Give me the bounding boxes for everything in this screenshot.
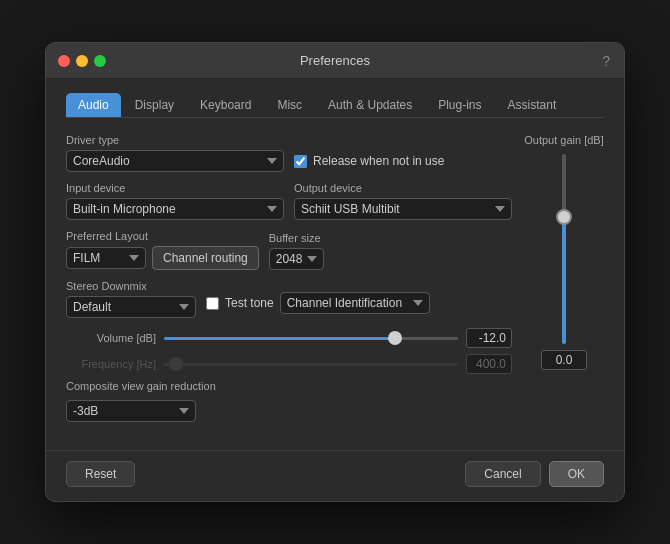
traffic-lights (58, 55, 106, 67)
maximize-button[interactable] (94, 55, 106, 67)
frequency-label: Frequency [Hz] (66, 358, 156, 370)
volume-label: Volume [dB] (66, 332, 156, 344)
volume-slider[interactable] (164, 337, 458, 340)
tab-keyboard[interactable]: Keyboard (188, 93, 263, 117)
preferred-layout-label: Preferred Layout (66, 230, 259, 242)
composite-label: Composite view gain reduction (66, 380, 512, 392)
tab-misc[interactable]: Misc (265, 93, 314, 117)
ok-button[interactable]: OK (549, 461, 604, 487)
gain-track-wrap (554, 154, 574, 344)
frequency-slider-container (164, 363, 458, 366)
cancel-button[interactable]: Cancel (465, 461, 540, 487)
test-tone-col: Test tone Channel Identification Left Ri… (206, 292, 430, 318)
stereo-downmix-label: Stereo Downmix (66, 280, 196, 292)
volume-value: -12.0 (466, 328, 512, 348)
driver-type-col: Driver type CoreAudio ALSA WASAPI (66, 134, 284, 172)
release-label: Release when not in use (313, 154, 444, 168)
channel-routing-button[interactable]: Channel routing (152, 246, 259, 270)
output-gain-label: Output gain [dB] (524, 134, 604, 146)
frequency-slider-row: Frequency [Hz] 400.0 (66, 354, 512, 374)
input-device-select[interactable]: Built-in Microphone (66, 198, 284, 220)
buffer-size-col: Buffer size 256 512 1024 2048 4096 (269, 232, 324, 270)
layout-buffer-row: Preferred Layout FILM Stereo 5.1 7.1 Cha… (66, 230, 512, 270)
driver-type-label: Driver type (66, 134, 284, 146)
input-device-label: Input device (66, 182, 284, 194)
preferences-window: Preferences ? Audio Display Keyboard Mis… (45, 42, 625, 502)
tab-assistant[interactable]: Assistant (496, 93, 569, 117)
buffer-size-select[interactable]: 256 512 1024 2048 4096 (269, 248, 324, 270)
composite-section: Composite view gain reduction -3dB -6dB … (66, 380, 512, 422)
preferred-layout-select[interactable]: FILM Stereo 5.1 7.1 (66, 247, 146, 269)
output-device-col: Output device Schiit USB Multibit (294, 182, 512, 220)
volume-slider-row: Volume [dB] -12.0 (66, 328, 512, 348)
tab-bar: Audio Display Keyboard Misc Auth & Updat… (66, 93, 604, 118)
test-tone-channel-select[interactable]: Channel Identification Left Right (280, 292, 430, 314)
release-checkbox-row: Release when not in use (294, 154, 444, 168)
tab-display[interactable]: Display (123, 93, 186, 117)
minimize-button[interactable] (76, 55, 88, 67)
composite-select[interactable]: -3dB -6dB -12dB 0dB (66, 400, 196, 422)
tab-auth-updates[interactable]: Auth & Updates (316, 93, 424, 117)
preferences-content: Audio Display Keyboard Misc Auth & Updat… (46, 79, 624, 450)
window-title: Preferences (300, 53, 370, 68)
release-checkbox[interactable] (294, 155, 307, 168)
gain-thumb[interactable] (556, 209, 572, 225)
volume-slider-container (164, 337, 458, 340)
driver-type-select[interactable]: CoreAudio ALSA WASAPI (66, 150, 284, 172)
input-device-col: Input device Built-in Microphone (66, 182, 284, 220)
stereo-testtone-row: Stereo Downmix Default Mix Left Right Te… (66, 280, 512, 318)
form-main: Driver type CoreAudio ALSA WASAPI Releas… (66, 134, 512, 434)
gain-track-blue (562, 214, 566, 344)
tab-plugins[interactable]: Plug-ins (426, 93, 493, 117)
release-col: Release when not in use (294, 134, 512, 172)
help-icon[interactable]: ? (602, 53, 610, 69)
reset-button[interactable]: Reset (66, 461, 135, 487)
buffer-size-label: Buffer size (269, 232, 324, 244)
devices-row: Input device Built-in Microphone Output … (66, 182, 512, 220)
bottom-bar: Reset Cancel OK (46, 450, 624, 501)
tab-audio[interactable]: Audio (66, 93, 121, 117)
gain-value: 0.0 (541, 350, 587, 370)
output-gain-section: Output gain [dB] 0.0 (524, 134, 604, 434)
stereo-downmix-col: Stereo Downmix Default Mix Left Right (66, 280, 196, 318)
frequency-slider[interactable] (164, 363, 458, 366)
preferred-layout-col: Preferred Layout FILM Stereo 5.1 7.1 Cha… (66, 230, 259, 270)
test-tone-checkbox[interactable] (206, 297, 219, 310)
frequency-value: 400.0 (466, 354, 512, 374)
titlebar: Preferences ? (46, 43, 624, 79)
stereo-downmix-select[interactable]: Default Mix Left Right (66, 296, 196, 318)
driver-release-row: Driver type CoreAudio ALSA WASAPI Releas… (66, 134, 512, 172)
gain-slider-container: 0.0 (541, 154, 587, 370)
output-device-select[interactable]: Schiit USB Multibit (294, 198, 512, 220)
close-button[interactable] (58, 55, 70, 67)
output-device-label: Output device (294, 182, 512, 194)
test-tone-label: Test tone (225, 296, 274, 310)
audio-form: Driver type CoreAudio ALSA WASAPI Releas… (66, 134, 604, 434)
right-buttons: Cancel OK (465, 461, 604, 487)
